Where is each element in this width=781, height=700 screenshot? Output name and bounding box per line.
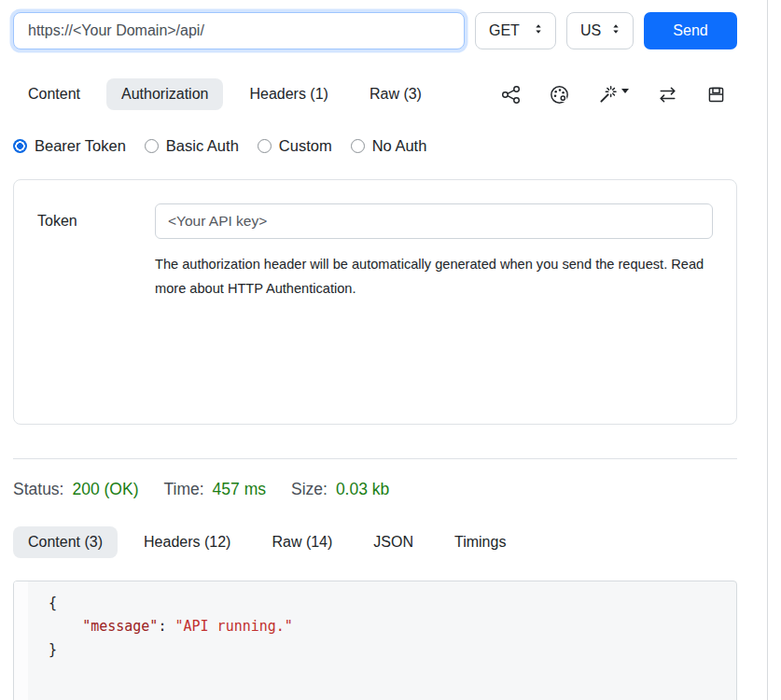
response-tab-raw[interactable]: Raw (14) (257, 526, 347, 558)
auth-option-custom[interactable]: Custom (258, 137, 332, 155)
radio-icon[interactable] (258, 139, 272, 153)
request-tabs-row: Content Authorization Headers (1) Raw (3… (13, 78, 737, 110)
auth-option-basic-auth[interactable]: Basic Auth (145, 137, 239, 155)
response-json: { "message": "API running."} (28, 581, 736, 700)
json-indent (49, 618, 82, 635)
size-value: 0.03 kb (336, 480, 389, 499)
radio-icon[interactable] (145, 139, 159, 153)
token-input[interactable] (155, 203, 713, 239)
status-value: 200 (OK) (72, 480, 138, 499)
radio-icon[interactable] (351, 139, 365, 153)
json-value: "API running." (174, 618, 292, 635)
auth-type-options: Bearer Token Basic Auth Custom No Auth (13, 137, 737, 155)
share-icon[interactable] (501, 85, 521, 105)
section-divider (13, 458, 737, 459)
response-tabs: Content (3) Headers (12) Raw (14) JSON T… (13, 526, 737, 558)
response-tab-content[interactable]: Content (3) (13, 526, 118, 558)
auth-option-label: Basic Auth (166, 137, 239, 155)
save-icon[interactable] (706, 85, 726, 105)
scrollbar-edge (767, 0, 768, 700)
auth-option-no-auth[interactable]: No Auth (351, 137, 427, 155)
response-body-panel: { "message": "API running."} (13, 581, 737, 700)
response-tab-timings[interactable]: Timings (439, 526, 521, 558)
code-gutter (14, 581, 28, 700)
swap-arrows-icon[interactable] (658, 85, 677, 105)
size-stat: Size: 0.03 kb (291, 480, 389, 499)
status-label: Status: (13, 480, 63, 499)
time-stat: Time: 457 ms (163, 480, 266, 499)
json-close-brace: } (49, 641, 57, 658)
time-label: Time: (163, 480, 203, 499)
request-bar: GET US Send (13, 12, 737, 49)
request-tabs: Content Authorization Headers (1) Raw (3… (13, 78, 437, 110)
auth-help-text: The authorization header will be automat… (155, 253, 712, 301)
api-tester-screen: GET US Send Content (0, 0, 781, 700)
tab-headers[interactable]: Headers (1) (234, 78, 342, 110)
json-open-brace: { (49, 595, 57, 611)
region-select[interactable]: US (566, 12, 634, 49)
time-value: 457 ms (213, 480, 266, 499)
auth-option-label: Custom (279, 137, 332, 155)
response-status-row: Status: 200 (OK) Time: 457 ms Size: 0.03… (13, 480, 737, 499)
auth-option-label: Bearer Token (35, 137, 126, 155)
token-label: Token (37, 213, 155, 230)
status-stat: Status: 200 (OK) (13, 480, 138, 499)
toolbar-icons (501, 85, 737, 105)
updown-arrows-icon (609, 22, 622, 39)
send-button[interactable]: Send (644, 12, 737, 49)
url-input[interactable] (13, 12, 465, 49)
tab-raw[interactable]: Raw (3) (355, 78, 437, 110)
bearer-token-panel: Token The authorization header will be a… (13, 179, 737, 425)
method-select-value: GET (489, 22, 520, 39)
updown-arrows-icon (532, 22, 545, 39)
response-tab-headers[interactable]: Headers (12) (129, 526, 245, 558)
auth-option-label: No Auth (372, 137, 427, 155)
radio-selected-icon[interactable] (13, 139, 27, 153)
chevron-down-icon (621, 89, 629, 93)
tab-authorization[interactable]: Authorization (106, 78, 223, 110)
method-select[interactable]: GET (475, 12, 556, 49)
tab-content[interactable]: Content (13, 78, 95, 110)
magic-wand-icon[interactable] (598, 85, 629, 105)
region-select-value: US (580, 22, 601, 39)
response-tab-json[interactable]: JSON (358, 526, 428, 558)
json-key: "message" (82, 618, 158, 635)
palette-icon[interactable] (550, 85, 569, 105)
size-label: Size: (291, 480, 328, 499)
auth-option-bearer-token[interactable]: Bearer Token (13, 137, 126, 155)
json-colon: : (158, 618, 174, 635)
